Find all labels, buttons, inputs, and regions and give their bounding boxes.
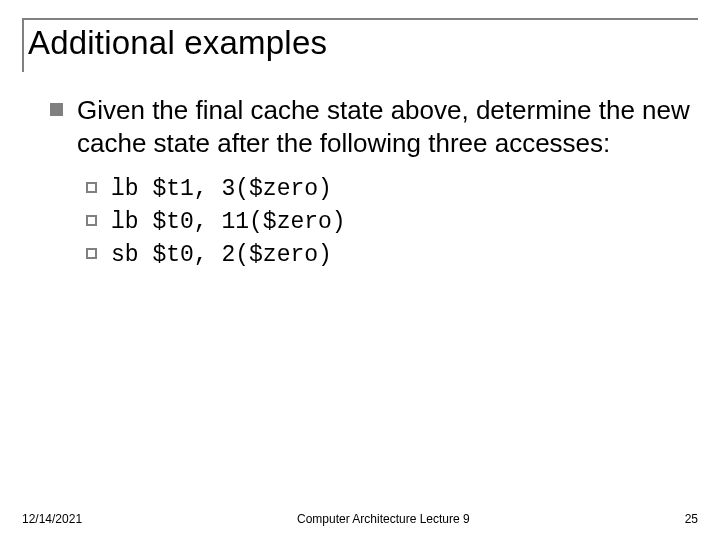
footer-page-number: 25 (685, 512, 698, 526)
slide-title: Additional examples (28, 24, 698, 62)
square-bullet-icon (50, 103, 63, 116)
bullet-level2: lb $t0, 11($zero) (86, 208, 698, 237)
footer-date: 12/14/2021 (22, 512, 82, 526)
open-square-bullet-icon (86, 182, 97, 193)
open-square-bullet-icon (86, 215, 97, 226)
code-line: lb $t0, 11($zero) (111, 208, 346, 237)
bullet-level1: Given the final cache state above, deter… (50, 94, 698, 159)
code-line: lb $t1, 3($zero) (111, 175, 332, 204)
footer-title: Computer Architecture Lecture 9 (82, 512, 685, 526)
sub-bullet-list: lb $t1, 3($zero) lb $t0, 11($zero) sb $t… (50, 175, 698, 269)
title-container: Additional examples (22, 18, 698, 72)
bullet-text: Given the final cache state above, deter… (77, 94, 698, 159)
bullet-level2: sb $t0, 2($zero) (86, 241, 698, 270)
slide-body: Given the final cache state above, deter… (22, 94, 698, 269)
code-line: sb $t0, 2($zero) (111, 241, 332, 270)
slide-footer: 12/14/2021 Computer Architecture Lecture… (0, 512, 720, 526)
slide: Additional examples Given the final cach… (0, 0, 720, 540)
bullet-level2: lb $t1, 3($zero) (86, 175, 698, 204)
open-square-bullet-icon (86, 248, 97, 259)
